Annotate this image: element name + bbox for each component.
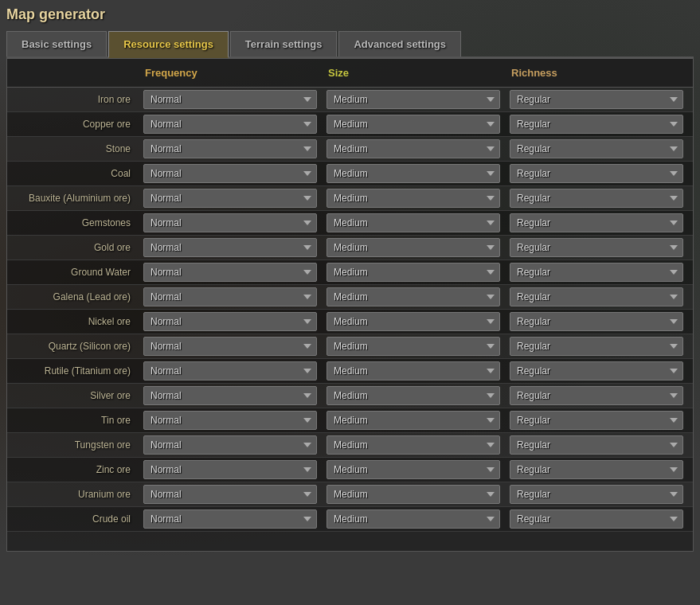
frequency-dropdown[interactable]: Very LowLowNormalHighVery High bbox=[143, 287, 317, 306]
richness-dropdown[interactable]: Very PoorPoorRegularRichVery Rich bbox=[510, 460, 683, 479]
size-dropdown[interactable]: Very SmallSmallMediumLargeVery Large bbox=[327, 509, 500, 529]
table-row: Silver oreVery LowLowNormalHighVery High… bbox=[7, 384, 693, 408]
table-row: Nickel oreVery LowLowNormalHighVery High… bbox=[7, 310, 693, 334]
resource-name: Galena (Lead ore) bbox=[7, 287, 139, 306]
table-row: Gold oreVery LowLowNormalHighVery HighVe… bbox=[7, 236, 693, 260]
table-row: StoneVery LowLowNormalHighVery HighVery … bbox=[7, 137, 693, 162]
table-row: Tin oreVery LowLowNormalHighVery HighVer… bbox=[7, 408, 693, 433]
table-row: Zinc oreVery LowLowNormalHighVery HighVe… bbox=[7, 458, 693, 482]
size-dropdown[interactable]: Very SmallSmallMediumLargeVery Large bbox=[327, 287, 500, 306]
size-dropdown[interactable]: Very SmallSmallMediumLargeVery Large bbox=[327, 139, 500, 158]
richness-dropdown[interactable]: Very PoorPoorRegularRichVery Rich bbox=[510, 509, 683, 529]
frequency-dropdown[interactable]: Very LowLowNormalHighVery High bbox=[143, 411, 317, 430]
table-row: Galena (Lead ore)Very LowLowNormalHighVe… bbox=[7, 285, 693, 310]
resource-name: Nickel ore bbox=[7, 312, 139, 331]
table-row: GemstonesVery LowLowNormalHighVery HighV… bbox=[7, 211, 693, 236]
size-dropdown[interactable]: Very SmallSmallMediumLargeVery Large bbox=[327, 90, 500, 109]
resource-name: Uranium ore bbox=[7, 485, 139, 504]
table-row: Iron oreVery LowLowNormalHighVery HighVe… bbox=[7, 88, 693, 112]
richness-dropdown[interactable]: Very PoorPoorRegularRichVery Rich bbox=[510, 386, 683, 405]
size-dropdown[interactable]: Very SmallSmallMediumLargeVery Large bbox=[327, 213, 500, 232]
resource-name: Silver ore bbox=[7, 386, 139, 405]
richness-dropdown[interactable]: Very PoorPoorRegularRichVery Rich bbox=[510, 139, 683, 158]
tab-resource[interactable]: Resource settings bbox=[108, 31, 229, 58]
content-area: Frequency Size Richness Iron oreVery Low… bbox=[6, 58, 694, 552]
richness-dropdown[interactable]: Very PoorPoorRegularRichVery Rich bbox=[510, 115, 683, 134]
frequency-dropdown[interactable]: Very LowLowNormalHighVery High bbox=[143, 164, 317, 183]
resource-name: Ground Water bbox=[7, 263, 139, 282]
richness-dropdown[interactable]: Very PoorPoorRegularRichVery Rich bbox=[510, 238, 683, 257]
frequency-dropdown[interactable]: Very LowLowNormalHighVery High bbox=[143, 213, 317, 232]
size-dropdown[interactable]: Very SmallSmallMediumLargeVery Large bbox=[327, 411, 500, 430]
size-dropdown[interactable]: Very SmallSmallMediumLargeVery Large bbox=[327, 485, 500, 504]
table-row: Crude oilVery LowLowNormalHighVery HighV… bbox=[7, 507, 693, 532]
frequency-dropdown[interactable]: Very LowLowNormalHighVery High bbox=[143, 386, 317, 405]
size-dropdown[interactable]: Very SmallSmallMediumLargeVery Large bbox=[327, 312, 500, 331]
size-dropdown[interactable]: Very SmallSmallMediumLargeVery Large bbox=[327, 164, 500, 183]
richness-dropdown[interactable]: Very PoorPoorRegularRichVery Rich bbox=[510, 361, 683, 381]
resource-name: Gold ore bbox=[7, 238, 139, 257]
table-row: Ground WaterVery LowLowNormalHighVery Hi… bbox=[7, 260, 693, 285]
tab-advanced[interactable]: Advanced settings bbox=[338, 31, 461, 57]
richness-dropdown[interactable]: Very PoorPoorRegularRichVery Rich bbox=[510, 337, 683, 356]
size-dropdown[interactable]: Very SmallSmallMediumLargeVery Large bbox=[327, 238, 500, 257]
resource-name: Copper ore bbox=[7, 115, 139, 134]
table-row: Bauxite (Aluminium ore)Very LowLowNormal… bbox=[7, 186, 693, 211]
richness-dropdown[interactable]: Very PoorPoorRegularRichVery Rich bbox=[510, 189, 683, 208]
frequency-dropdown[interactable]: Very LowLowNormalHighVery High bbox=[143, 90, 317, 109]
frequency-dropdown[interactable]: Very LowLowNormalHighVery High bbox=[143, 509, 317, 529]
header-frequency: Frequency bbox=[139, 64, 322, 82]
richness-dropdown[interactable]: Very PoorPoorRegularRichVery Rich bbox=[510, 213, 683, 232]
richness-dropdown[interactable]: Very PoorPoorRegularRichVery Rich bbox=[510, 164, 683, 183]
size-dropdown[interactable]: Very SmallSmallMediumLargeVery Large bbox=[327, 361, 500, 381]
richness-dropdown[interactable]: Very PoorPoorRegularRichVery Rich bbox=[510, 435, 683, 455]
richness-dropdown[interactable]: Very PoorPoorRegularRichVery Rich bbox=[510, 90, 683, 109]
table-row: Uranium oreVery LowLowNormalHighVery Hig… bbox=[7, 482, 693, 507]
resource-name: Rutile (Titanium ore) bbox=[7, 361, 139, 381]
table-row: Copper oreVery LowLowNormalHighVery High… bbox=[7, 112, 693, 137]
tab-basic[interactable]: Basic settings bbox=[6, 31, 107, 57]
table-row: Quartz (Silicon ore)Very LowLowNormalHig… bbox=[7, 334, 693, 359]
size-dropdown[interactable]: Very SmallSmallMediumLargeVery Large bbox=[327, 435, 500, 455]
resource-name: Crude oil bbox=[7, 509, 139, 529]
frequency-dropdown[interactable]: Very LowLowNormalHighVery High bbox=[143, 238, 317, 257]
resource-name: Iron ore bbox=[7, 90, 139, 109]
richness-dropdown[interactable]: Very PoorPoorRegularRichVery Rich bbox=[510, 485, 683, 504]
frequency-dropdown[interactable]: Very LowLowNormalHighVery High bbox=[143, 115, 317, 134]
richness-dropdown[interactable]: Very PoorPoorRegularRichVery Rich bbox=[510, 312, 683, 331]
resource-name: Bauxite (Aluminium ore) bbox=[7, 189, 139, 208]
frequency-dropdown[interactable]: Very LowLowNormalHighVery High bbox=[143, 263, 317, 282]
header-richness: Richness bbox=[505, 64, 688, 82]
richness-dropdown[interactable]: Very PoorPoorRegularRichVery Rich bbox=[510, 263, 683, 282]
table-row: CoalVery LowLowNormalHighVery HighVery S… bbox=[7, 162, 693, 186]
frequency-dropdown[interactable]: Very LowLowNormalHighVery High bbox=[143, 312, 317, 331]
size-dropdown[interactable]: Very SmallSmallMediumLargeVery Large bbox=[327, 263, 500, 282]
frequency-dropdown[interactable]: Very LowLowNormalHighVery High bbox=[143, 189, 317, 208]
table-row: Rutile (Titanium ore)Very LowLowNormalHi… bbox=[7, 359, 693, 384]
frequency-dropdown[interactable]: Very LowLowNormalHighVery High bbox=[143, 139, 317, 158]
frequency-dropdown[interactable]: Very LowLowNormalHighVery High bbox=[143, 460, 317, 479]
table-row: Tungsten oreVery LowLowNormalHighVery Hi… bbox=[7, 433, 693, 458]
frequency-dropdown[interactable]: Very LowLowNormalHighVery High bbox=[143, 485, 317, 504]
richness-dropdown[interactable]: Very PoorPoorRegularRichVery Rich bbox=[510, 411, 683, 430]
size-dropdown[interactable]: Very SmallSmallMediumLargeVery Large bbox=[327, 386, 500, 405]
resource-name: Zinc ore bbox=[7, 460, 139, 479]
size-dropdown[interactable]: Very SmallSmallMediumLargeVery Large bbox=[327, 189, 500, 208]
tab-terrain[interactable]: Terrain settings bbox=[230, 31, 338, 57]
size-dropdown[interactable]: Very SmallSmallMediumLargeVery Large bbox=[327, 337, 500, 356]
resource-name: Coal bbox=[7, 164, 139, 183]
size-dropdown[interactable]: Very SmallSmallMediumLargeVery Large bbox=[327, 115, 500, 134]
size-dropdown[interactable]: Very SmallSmallMediumLargeVery Large bbox=[327, 460, 500, 479]
resource-name: Tin ore bbox=[7, 411, 139, 430]
richness-dropdown[interactable]: Very PoorPoorRegularRichVery Rich bbox=[510, 287, 683, 306]
frequency-dropdown[interactable]: Very LowLowNormalHighVery High bbox=[143, 337, 317, 356]
resource-name: Stone bbox=[7, 139, 139, 158]
app-title: Map generator bbox=[6, 6, 694, 23]
header-size: Size bbox=[322, 64, 505, 82]
table-header: Frequency Size Richness bbox=[7, 59, 693, 88]
frequency-dropdown[interactable]: Very LowLowNormalHighVery High bbox=[143, 361, 317, 381]
frequency-dropdown[interactable]: Very LowLowNormalHighVery High bbox=[143, 435, 317, 455]
app-container: Map generator Basic settings Resource se… bbox=[0, 0, 700, 558]
resource-name: Gemstones bbox=[7, 213, 139, 232]
resource-name: Tungsten ore bbox=[7, 435, 139, 455]
